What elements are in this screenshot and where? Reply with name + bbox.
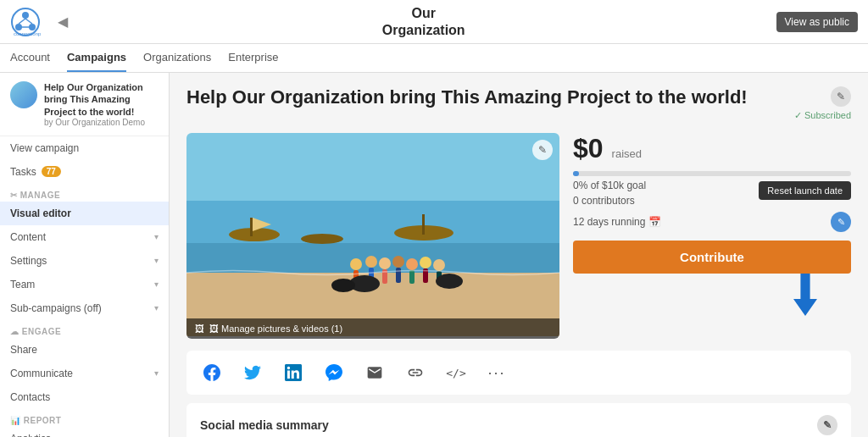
raised-amount: $0	[573, 133, 604, 164]
chevron-down-icon: ▾	[154, 279, 159, 289]
nav-item-campaigns[interactable]: Campaigns	[67, 44, 126, 72]
svg-line-4	[19, 19, 25, 24]
engage-icon: ☁	[10, 327, 19, 336]
progress-bar-track	[573, 171, 851, 176]
sidebar-campaign-org: by Our Organization Demo	[44, 118, 159, 127]
svg-rect-27	[409, 270, 415, 284]
nav-item-organizations[interactable]: Organizations	[143, 44, 211, 72]
campaign-title-main: Help Our Organization bring This Amazing…	[186, 86, 794, 108]
manage-icon: ✂	[10, 191, 18, 200]
logo: connectionpoint	[10, 7, 41, 37]
svg-point-20	[365, 256, 377, 268]
svg-point-30	[433, 259, 445, 271]
sidebar-campaign-item: Help Our Organization bring This Amazing…	[0, 73, 169, 136]
twitter-share-button[interactable]	[241, 361, 264, 384]
svg-point-24	[392, 256, 404, 268]
manage-pictures-label: 🖼 Manage pictures & videos (1)	[209, 324, 342, 334]
days-running-row: 12 days running 📅 Reset launch date ✎	[573, 212, 851, 232]
edit-campaign-title-button[interactable]: ✎	[831, 86, 851, 107]
manage-pictures-icon: 🖼	[195, 324, 204, 334]
chevron-down-icon: ▾	[154, 368, 159, 378]
sidebar: Help Our Organization bring This Amazing…	[0, 73, 170, 437]
stats-panel: $0 raised 0% of $10k goal 0 contributors…	[573, 133, 851, 339]
sidebar-item-contacts[interactable]: Contacts	[0, 385, 169, 409]
contribute-button[interactable]: Contribute	[573, 241, 851, 274]
chevron-down-icon: ▾	[154, 232, 159, 241]
progress-bar-container	[573, 171, 851, 176]
manage-pictures-bar[interactable]: 🖼 🖼 Manage pictures & videos (1)	[186, 318, 559, 339]
days-running: 12 days running 📅	[573, 216, 661, 228]
nav-item-account[interactable]: Account	[10, 44, 50, 72]
svg-point-28	[420, 257, 431, 268]
sidebar-item-share[interactable]: Share	[0, 338, 169, 362]
sidebar-campaign-title: Help Our Organization bring This Amazing…	[44, 81, 159, 118]
svg-rect-25	[396, 268, 401, 283]
reset-launch-date-tooltip: Reset launch date	[759, 181, 851, 200]
main-layout: Help Our Organization bring This Amazing…	[0, 73, 868, 437]
svg-point-1	[22, 12, 29, 19]
sidebar-view-campaign-link[interactable]: View campaign	[0, 136, 169, 160]
social-bar: </> ···	[186, 351, 851, 395]
sidebar-item-settings[interactable]: Settings ▾	[0, 249, 169, 273]
svg-point-26	[406, 258, 418, 270]
linkedin-share-button[interactable]	[281, 361, 305, 384]
tasks-badge: 77	[42, 166, 61, 177]
campaign-body: ✎ 🖼 🖼 Manage pictures & videos (1) $0 ra…	[186, 133, 851, 339]
calendar-icon: 📅	[648, 216, 661, 228]
svg-rect-17	[422, 214, 425, 235]
subscribed-badge: ✓ Subscribed	[794, 110, 851, 121]
sidebar-tasks-link[interactable]: Tasks 77	[0, 160, 169, 184]
svg-point-18	[350, 258, 362, 270]
sidebar-item-content[interactable]: Content ▾	[0, 225, 169, 249]
sidebar-item-sub-campaigns[interactable]: Sub-campaigns (off) ▾	[0, 296, 169, 320]
edit-image-button[interactable]: ✎	[532, 140, 553, 160]
sidebar-item-communicate[interactable]: Communicate ▾	[0, 362, 169, 385]
edit-social-summary-button[interactable]: ✎	[817, 415, 837, 435]
campaign-avatar	[10, 81, 37, 108]
report-icon: 📊	[10, 416, 21, 425]
link-share-button[interactable]	[403, 361, 427, 384]
embed-share-button[interactable]: </>	[444, 361, 468, 384]
sidebar-section-report: 📊 REPORT	[0, 409, 169, 427]
social-summary-title: Social media summary ✎	[200, 415, 837, 435]
email-share-button[interactable]	[363, 361, 387, 384]
campaign-image	[186, 133, 559, 336]
sidebar-item-visual-editor[interactable]: Visual editor	[0, 202, 169, 225]
svg-line-5	[25, 19, 32, 24]
content-area: Help Our Organization bring This Amazing…	[170, 73, 868, 437]
days-running-label: 12 days running	[573, 216, 645, 228]
chevron-down-icon: ▾	[154, 303, 159, 313]
raised-label: raised	[612, 147, 642, 160]
nav-item-enterprise[interactable]: Enterprise	[228, 44, 278, 72]
facebook-share-button[interactable]	[200, 361, 224, 384]
reset-launch-date-button[interactable]: ✎	[831, 212, 851, 232]
progress-bar-fill	[573, 171, 579, 176]
campaign-header: Help Our Organization bring This Amazing…	[186, 86, 851, 121]
logo-icon: connectionpoint	[10, 7, 41, 37]
svg-rect-13	[250, 218, 253, 236]
svg-text:connectionpoint: connectionpoint	[14, 31, 41, 36]
sidebar-section-manage: ✂ MANAGE	[0, 184, 169, 202]
more-share-button[interactable]: ···	[485, 361, 509, 384]
svg-point-34	[436, 274, 463, 289]
svg-point-22	[379, 257, 391, 269]
svg-point-33	[331, 279, 355, 292]
sidebar-section-engage: ☁ ENGAGE	[0, 320, 169, 338]
campaign-image-container: ✎ 🖼 🖼 Manage pictures & videos (1)	[186, 133, 559, 339]
org-name: Our Organization	[85, 5, 763, 37]
messenger-share-button[interactable]	[322, 361, 346, 384]
sidebar-collapse-button[interactable]: ◀	[54, 10, 71, 33]
view-as-public-button[interactable]: View as public	[776, 12, 859, 32]
social-summary-section: Social media summary ✎ We're saving the …	[186, 403, 851, 437]
sidebar-item-team[interactable]: Team ▾	[0, 273, 169, 296]
tasks-label: Tasks	[10, 166, 36, 178]
top-bar: connectionpoint ◀ Our Organization View …	[0, 0, 868, 44]
nav-bar: Account Campaigns Organizations Enterpri…	[0, 44, 868, 73]
chevron-down-icon: ▾	[154, 256, 159, 265]
sidebar-item-analytics[interactable]: Analytics	[0, 427, 169, 437]
svg-point-15	[301, 234, 343, 244]
